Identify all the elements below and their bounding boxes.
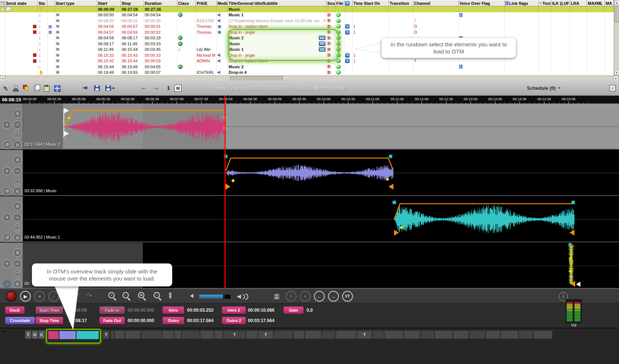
overview-segment[interactable] (435, 331, 453, 339)
monitor-toggle[interactable]: M (174, 85, 181, 92)
track-loop-button[interactable]: ↺ (3, 187, 11, 195)
column-header-title-general-title-subtitle[interactable]: Title/General title/Subtitle (228, 0, 327, 6)
column-header-ilk-luf[interactable]: ILK (LUF (551, 0, 570, 6)
overview-marker-c[interactable]: C (39, 331, 45, 339)
rundown-row[interactable]: ↓≋06:15:4206:15:4400:00:03ADMINDrop in -… (0, 58, 614, 64)
overview-segment[interactable] (421, 331, 434, 339)
column-header-class[interactable]: Class (177, 0, 196, 6)
rundown-row[interactable]: ✋≋06:19:4906:19:5500:00:07ICHTERLDrop-in… (0, 70, 614, 76)
save-as-icon[interactable]: ⇥ (105, 85, 114, 91)
track-envelope-button[interactable]: ∪ (13, 187, 22, 195)
column-header-icon-14[interactable]: ⇅ (344, 0, 353, 6)
track-envelope-button[interactable]: ∪ (13, 233, 22, 242)
column-header-transition[interactable]: Transition (389, 0, 413, 6)
fade-out-button[interactable]: Fade Out (99, 317, 125, 324)
otm-load-chip[interactable] (319, 42, 325, 46)
redo-icon[interactable]: ↷ (86, 291, 92, 300)
schedule-dropdown[interactable]: Schedule (0) ▼ (527, 85, 561, 91)
column-header-sta[interactable]: Sta (38, 0, 48, 6)
overview-segment[interactable] (163, 331, 174, 339)
track-add-button[interactable]: + (3, 213, 11, 222)
mixer-grid-icon[interactable] (54, 85, 60, 92)
expander-icon[interactable]: − (1, 7, 4, 11)
column-header-voice-over-flag[interactable]: Voice Over Flag (459, 0, 505, 6)
overview-collapse-caret[interactable]: ▼ (1, 329, 5, 333)
track-output-button[interactable]: ≡ (13, 249, 22, 257)
volume-thumb[interactable] (223, 295, 226, 299)
audio-clip-music-2[interactable] (63, 110, 224, 144)
overview-loaded-selection[interactable] (46, 329, 101, 344)
overview-segment[interactable] (115, 331, 125, 339)
duck-button[interactable]: Duck (5, 306, 24, 314)
audio-clip-music[interactable] (226, 156, 393, 190)
overview-segment[interactable] (336, 331, 356, 339)
next-element-button[interactable]: → (328, 291, 339, 302)
column-header-send-state[interactable]: Send state (5, 0, 38, 6)
volume-max-icon[interactable] (238, 294, 248, 300)
overview-segment[interactable]: T (103, 331, 109, 339)
track-remove-button[interactable]: − (13, 121, 22, 129)
column-header-icon-0[interactable]: +− (0, 0, 5, 6)
rundown-row[interactable]: ↓≋06:04:5906:08:1700:03:18Music 2D? (0, 35, 614, 41)
overview-segment[interactable] (501, 331, 518, 339)
track-output-button[interactable]: ≡ (13, 156, 22, 164)
overview-segment[interactable] (125, 331, 140, 339)
vscroll-thumb[interactable] (615, 6, 619, 23)
copy-icon[interactable] (34, 86, 39, 91)
overview-segment[interactable] (305, 331, 321, 339)
column-header-media[interactable]: Media (217, 0, 228, 6)
overview-segment[interactable]: T (357, 331, 372, 339)
speaker-person-icon[interactable] (13, 85, 18, 91)
track-loop-button[interactable]: ↺ (3, 141, 11, 149)
column-header-time-start-on[interactable]: Time Start On (353, 0, 389, 6)
volume-slider[interactable] (199, 294, 231, 299)
track-add-button[interactable]: + (3, 121, 11, 129)
paste-icon[interactable] (44, 85, 49, 92)
timeline-ruler[interactable]: 06:08:15 06:04:0906:04:3906:05:0906:05:3… (0, 96, 619, 104)
playhead[interactable] (225, 96, 226, 289)
track-delete-button[interactable] (13, 131, 22, 139)
overview-segment[interactable] (534, 331, 552, 339)
outro-2-button[interactable]: Outro 2 (222, 317, 246, 324)
overview-segment[interactable] (486, 331, 500, 339)
scroll-left-icon[interactable]: ◄ (0, 76, 5, 81)
track-slide-load-button[interactable]: → (3, 280, 11, 288)
record-button[interactable] (6, 291, 17, 302)
overview-segment[interactable] (519, 331, 533, 339)
track-delete-button[interactable] (13, 224, 22, 232)
scroll-up-icon[interactable]: ▲ (614, 0, 619, 5)
zoom-in-icon[interactable]: + (108, 292, 117, 301)
overview-segment[interactable] (384, 331, 403, 339)
save-icon[interactable] (94, 85, 100, 91)
rundown-horizontal-scrollbar[interactable]: ◄ ► (0, 75, 619, 81)
overview-marker-o[interactable]: O (32, 331, 38, 339)
track-output-button[interactable]: ≡ (13, 202, 22, 210)
overview-segment[interactable] (453, 331, 468, 339)
scroll-down-icon[interactable]: ▼ (614, 70, 619, 75)
column-header-file-s[interactable]: File s (335, 0, 344, 6)
edit-pencil-icon[interactable]: ✎ (3, 85, 8, 93)
intro-button[interactable]: Intro (163, 306, 184, 314)
overview-segment[interactable]: T (223, 331, 246, 339)
overview-segment[interactable] (141, 331, 162, 339)
overview-segment[interactable] (404, 331, 420, 339)
column-header-duration[interactable]: Duration (144, 0, 177, 6)
overview-segment[interactable]: T (258, 331, 273, 339)
scroll-right-icon[interactable]: ► (613, 76, 619, 81)
overview-marker-t[interactable]: T (25, 331, 31, 339)
previous-element-button[interactable]: ← (314, 291, 325, 302)
track-delete-button[interactable] (13, 270, 22, 278)
overview-segment[interactable] (246, 331, 258, 339)
column-header-start-type[interactable]: Start type (55, 0, 97, 6)
column-header-lra[interactable]: LRA (570, 0, 587, 6)
zoom-selection-icon[interactable]: ⇆ (138, 292, 147, 301)
outro-button[interactable]: Outro (163, 317, 184, 324)
popout-icon[interactable]: ↗ (609, 85, 616, 91)
track-output-button[interactable]: ≡ (13, 109, 22, 118)
rundown-row[interactable]: ↓≋06:04:3206:05:0200:00:30B1ES70017 Posi… (0, 18, 614, 24)
overview-segment[interactable] (274, 331, 293, 339)
track-delete-button[interactable] (13, 177, 22, 186)
fade-in-button[interactable]: Fade In (99, 306, 125, 314)
filter-button[interactable]: ⠿ (286, 291, 297, 302)
audio-clip-sliver[interactable] (568, 244, 574, 284)
